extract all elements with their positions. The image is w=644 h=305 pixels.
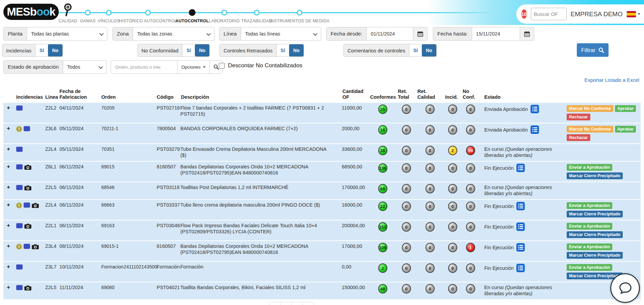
pagination-prev[interactable]: « [269,302,281,305]
expand-row-button[interactable]: + [7,146,10,152]
step-label: INSTRUMENTOS DE MEDIDA [269,19,329,23]
no-conformidad-no-button[interactable]: No [195,44,209,56]
enviar-a-aprobaci-n-button[interactable]: Enviar a Aprobación [567,243,612,250]
fecha-hasta-input[interactable] [472,27,520,40]
toggle-no-conformidad: No Conformidad Sí No [137,44,210,57]
marcar-cierre-precipitado-button[interactable]: Marcar Cierre Precipitado [567,172,623,179]
expand-row-button[interactable]: + [7,263,10,270]
list-icon [531,105,539,113]
enviar-a-aprobaci-n-button[interactable]: Enviar a Aprobación [567,202,612,209]
search-icon [213,64,219,70]
comment-icon[interactable] [16,223,23,228]
header-descripcion: Descripción [180,94,341,100]
enviar-a-aprobaci-n-button[interactable]: Enviar a Aprobación [567,264,612,271]
marcar-no-conforme-button[interactable]: Marcar No Conforme [567,126,613,133]
warning-icon[interactable]: ! [16,244,22,250]
estado-aprobacion-label: Estado de aprobación [4,61,63,73]
comment-icon[interactable] [24,244,30,249]
warning-icon[interactable]: ! [16,126,22,132]
incidencias-si-button[interactable]: Sí [35,44,48,56]
expand-row-button[interactable]: + [7,125,10,132]
comentarios-si-button[interactable]: Sí [409,44,422,56]
fecha-desde-label: Fecha desde: [327,27,367,40]
calendar-button[interactable] [413,27,427,40]
pagination-page-2[interactable]: 2 [291,302,303,305]
table-body: + Z2L2 04/11/2024 70205 PST02716 Flow 7 … [3,102,641,299]
planta-select[interactable]: Todas las plantas [27,27,107,40]
marcar-cierre-precipitado-button[interactable]: Marcar Cierre Precipitado [567,252,623,259]
pagination: « 1 2 » [269,302,314,305]
chat-widget-button[interactable] [610,273,640,303]
comment-icon[interactable] [16,105,23,111]
step-dot [85,10,91,16]
estado-detail-button[interactable] [516,222,525,232]
estado-detail-button[interactable] [516,243,525,253]
aprobar-button[interactable]: Aprobar [615,105,636,112]
comment-icon[interactable] [16,147,23,152]
rechazar-button[interactable]: Rechazar [567,114,590,120]
calendar-button[interactable] [520,27,534,40]
pagination-page-1[interactable]: 1 [280,302,292,305]
expand-row-button[interactable]: + [7,284,10,290]
estado-detail-button[interactable] [531,105,539,115]
marcar-cierre-precipitado-button[interactable]: Marcar Cierre Precipitado [567,211,623,217]
pagination-next[interactable]: » [303,302,314,305]
fecha-hasta-group: Fecha hasta: [433,27,534,41]
comment-icon[interactable] [16,264,23,269]
incidencias-no-button[interactable]: No [48,44,62,56]
marcar-no-conforme-button[interactable]: Marcar No Conforme [567,105,613,112]
controles-retrasados-si-button[interactable]: Sí [276,44,289,56]
expand-row-button[interactable]: + [7,163,10,170]
warning-icon[interactable]: ! [16,203,22,208]
estado-aprobacion-select[interactable]: Todos [63,61,106,73]
filtrar-button[interactable]: Filtrar [577,43,609,57]
camera-icon[interactable] [32,203,39,209]
camera-icon[interactable] [24,224,31,229]
marcar-cierre-precipitado-button[interactable]: Marcar Cierre Precipitado [567,231,623,238]
mesbook-logo: MESbook [3,4,59,20]
table-row: + Z6L1 06/11/2024 69015 8160507 Bandas D… [3,161,641,182]
comment-icon[interactable] [16,185,23,190]
camera-icon[interactable] [24,185,31,191]
aprobar-button[interactable]: Aprobar [615,126,636,133]
estado-detail-button[interactable] [516,164,525,173]
expand-row-button[interactable]: + [7,243,10,249]
count-badge: 0 [466,284,475,294]
estado-detail-button[interactable] [516,264,525,274]
expand-row-button[interactable]: + [7,222,10,229]
camera-icon[interactable] [32,244,39,250]
fecha-desde-input[interactable] [367,27,413,40]
estado-cell: En curso (Quedan operaciones liberadas y… [480,282,565,299]
expand-row-button[interactable]: + [7,184,10,190]
step-label: AUTOCONTROL [175,19,209,23]
comentarios-no-button[interactable]: No [422,44,436,56]
estado-detail-button[interactable] [516,202,525,212]
count-badge: 0 [426,125,435,135]
comment-icon[interactable] [16,285,23,290]
enviar-a-aprobaci-n-button[interactable]: Enviar a Aprobación [567,164,612,171]
enviar-a-aprobaci-n-button[interactable]: Enviar a Aprobación [567,223,612,230]
notification-badge[interactable]: 10 [521,9,527,19]
no-conformidad-si-button[interactable]: Sí [182,44,195,56]
camera-icon[interactable] [24,285,31,291]
orden-search-input[interactable] [111,61,177,73]
comment-icon[interactable] [16,164,23,169]
opciones-button[interactable]: Opciones [177,61,209,73]
estado-detail-button[interactable] [531,125,539,135]
rechazar-button[interactable]: Rechazar [567,134,590,141]
buscar-of-input[interactable] [531,8,567,20]
zona-select[interactable]: Todas las zonas [133,27,214,40]
descontar-checkbox[interactable] [219,63,225,69]
controles-retrasados-no-button[interactable]: No [289,44,304,56]
language-selector[interactable] [627,11,640,17]
target-magnifier-icon [63,2,73,18]
camera-icon[interactable] [24,165,31,170]
comment-icon[interactable] [24,126,30,131]
expand-row-button[interactable]: + [7,104,10,111]
export-excel-link[interactable]: Exportar Listado a Excel [584,77,639,83]
step-label: TRAZABILIDAD [241,19,272,23]
comment-icon[interactable] [24,203,30,208]
toggle-controles-retrasados: Controles Retrasados Sí No [220,44,304,57]
linea-select[interactable]: Todas las líneas [241,27,321,40]
expand-row-button[interactable]: + [7,202,10,208]
